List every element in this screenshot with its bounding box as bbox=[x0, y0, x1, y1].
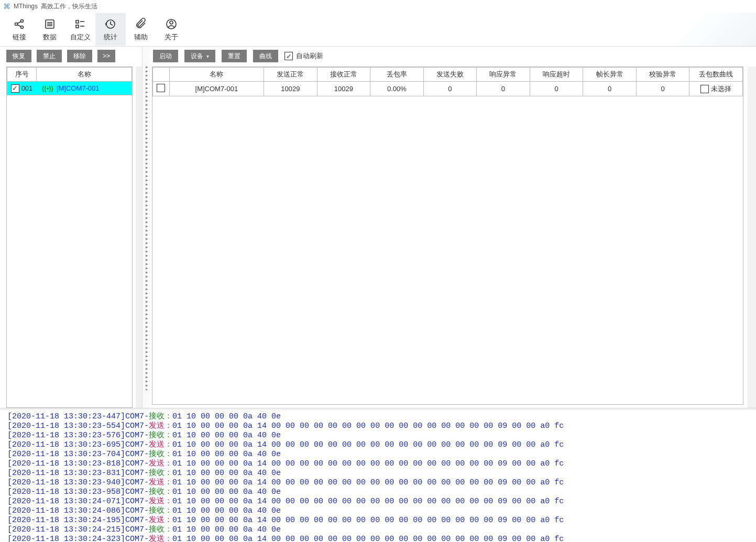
splitter-handle-icon: ▶▶▶▶▶▶▶▶▶▶▶▶▶▶▶▶▶▶▶▶▶▶▶▶▶▶▶▶▶▶▶▶▶▶▶▶▶▶▶▶… bbox=[145, 65, 148, 390]
svg-rect-10 bbox=[76, 25, 79, 28]
device-dropdown-button[interactable]: 设备 bbox=[184, 50, 215, 62]
log-panel[interactable]: [2020-11-18 13:30:23-447]COM7-接收：01 10 0… bbox=[0, 410, 756, 542]
left-panel: 恢复 禁止 移除 >> 序号 名称 001((•))[M]COM7-001 bbox=[0, 47, 143, 408]
toolbar-item-label: 辅助 bbox=[134, 32, 148, 42]
device-list-table: 序号 名称 001((•))[M]COM7-001 bbox=[6, 67, 133, 408]
row-seq: 001 bbox=[21, 84, 33, 92]
app-name: MThings bbox=[14, 3, 38, 10]
col-loss-rate[interactable]: 丢包率 bbox=[370, 68, 424, 82]
history-icon bbox=[104, 17, 117, 31]
checkbox-icon bbox=[284, 52, 293, 60]
stats-table-wrap: 名称 发送正常 接收正常 丢包率 发送失败 响应异常 响应超时 帧长异常 校验异… bbox=[152, 67, 743, 405]
curve-checkbox[interactable] bbox=[700, 85, 709, 93]
clip-icon bbox=[135, 17, 147, 31]
app-slogan: 高效工作，快乐生活 bbox=[41, 2, 97, 11]
cell-frame-err: 0 bbox=[583, 82, 637, 96]
svg-line-3 bbox=[17, 21, 21, 24]
toolbar-decoration bbox=[546, 13, 756, 46]
user-icon bbox=[165, 17, 178, 31]
toolbar-item-about[interactable]: 关于 bbox=[156, 13, 187, 46]
col-resp-err[interactable]: 响应异常 bbox=[477, 68, 530, 82]
auto-refresh-label: 自动刷新 bbox=[296, 51, 323, 61]
share-icon bbox=[13, 17, 26, 31]
checklist-icon bbox=[74, 17, 86, 31]
main-toolbar: 链接数据自定义统计辅助关于 bbox=[0, 13, 756, 46]
toolbar-item-link[interactable]: 链接 bbox=[4, 13, 35, 46]
cell-resp-err: 0 bbox=[477, 82, 530, 96]
forbid-button[interactable]: 禁止 bbox=[37, 50, 62, 62]
cell-send-fail: 0 bbox=[423, 82, 477, 96]
remove-button[interactable]: 移除 bbox=[67, 50, 92, 62]
toolbar-item-label: 自定义 bbox=[70, 32, 91, 42]
col-recv-ok[interactable]: 接收正常 bbox=[317, 68, 370, 82]
col-send-fail[interactable]: 发送失败 bbox=[423, 68, 477, 82]
cell-recv-ok: 10029 bbox=[317, 82, 370, 96]
device-name: [M]COM7-001 bbox=[57, 84, 100, 92]
col-check[interactable] bbox=[153, 68, 170, 82]
right-button-row: 启动 设备 重置 曲线 自动刷新 bbox=[150, 47, 756, 67]
toolbar-item-assist[interactable]: 辅助 bbox=[126, 13, 156, 46]
left-button-row: 恢复 禁止 移除 >> bbox=[0, 47, 142, 67]
cell-loss-curve: 未选择 bbox=[711, 84, 731, 94]
titlebar: ⌘ MThings 高效工作，快乐生活 bbox=[0, 0, 756, 13]
reset-button[interactable]: 重置 bbox=[222, 50, 247, 62]
svg-line-4 bbox=[17, 25, 21, 27]
right-scrollbar[interactable] bbox=[748, 67, 756, 408]
signal-icon: ((•)) bbox=[42, 84, 53, 92]
col-name[interactable]: 名称 bbox=[169, 68, 264, 82]
svg-point-15 bbox=[170, 21, 173, 24]
col-frame-err[interactable]: 帧长异常 bbox=[583, 68, 637, 82]
col-loss-curve[interactable]: 丢包数曲线 bbox=[689, 68, 743, 82]
vertical-splitter[interactable]: ▶▶▶▶▶▶▶▶▶▶▶▶▶▶▶▶▶▶▶▶▶▶▶▶▶▶▶▶▶▶▶▶▶▶▶▶▶▶▶▶… bbox=[143, 47, 150, 408]
cell-name: [M]COM7-001 bbox=[169, 82, 264, 96]
stats-table: 名称 发送正常 接收正常 丢包率 发送失败 响应异常 响应超时 帧长异常 校验异… bbox=[152, 67, 743, 96]
expand-button[interactable]: >> bbox=[97, 50, 115, 62]
auto-refresh-checkbox[interactable]: 自动刷新 bbox=[284, 51, 323, 61]
svg-rect-9 bbox=[76, 20, 79, 23]
main-content: 恢复 禁止 移除 >> 序号 名称 001((•))[M]COM7-001 bbox=[0, 46, 756, 408]
toolbar-item-label: 链接 bbox=[13, 32, 26, 42]
curve-button[interactable]: 曲线 bbox=[253, 50, 278, 62]
cell-crc-err: 0 bbox=[636, 82, 689, 96]
app-logo-icon: ⌘ bbox=[3, 2, 10, 10]
toolbar-item-label: 数据 bbox=[43, 32, 57, 42]
row-checkbox[interactable] bbox=[157, 84, 165, 92]
cell-resp-timeout: 0 bbox=[530, 82, 583, 96]
col-crc-err[interactable]: 校验异常 bbox=[636, 68, 689, 82]
cell-send-ok: 10029 bbox=[264, 82, 317, 96]
col-send-ok[interactable]: 发送正常 bbox=[264, 68, 317, 82]
toolbar-item-data[interactable]: 数据 bbox=[35, 13, 65, 46]
device-row[interactable]: 001((•))[M]COM7-001 bbox=[7, 82, 132, 95]
left-scrollbar[interactable] bbox=[136, 67, 142, 408]
col-seq[interactable]: 序号 bbox=[7, 68, 37, 82]
right-panel: 启动 设备 重置 曲线 自动刷新 bbox=[150, 47, 756, 408]
toolbar-item-stats[interactable]: 统计 bbox=[95, 13, 126, 46]
col-name[interactable]: 名称 bbox=[37, 68, 132, 82]
toolbar-item-label: 关于 bbox=[165, 32, 178, 42]
row-checkbox[interactable] bbox=[11, 84, 19, 93]
cell-loss-rate: 0.00% bbox=[370, 82, 424, 96]
list-icon bbox=[43, 17, 56, 31]
stats-row[interactable]: [M]COM7-00110029100290.00%00000未选择 bbox=[153, 82, 743, 96]
toolbar-item-label: 统计 bbox=[104, 32, 117, 42]
start-button[interactable]: 启动 bbox=[153, 50, 178, 62]
toolbar-item-custom[interactable]: 自定义 bbox=[65, 13, 95, 46]
restore-button[interactable]: 恢复 bbox=[6, 50, 31, 62]
col-resp-timeout[interactable]: 响应超时 bbox=[530, 68, 583, 82]
